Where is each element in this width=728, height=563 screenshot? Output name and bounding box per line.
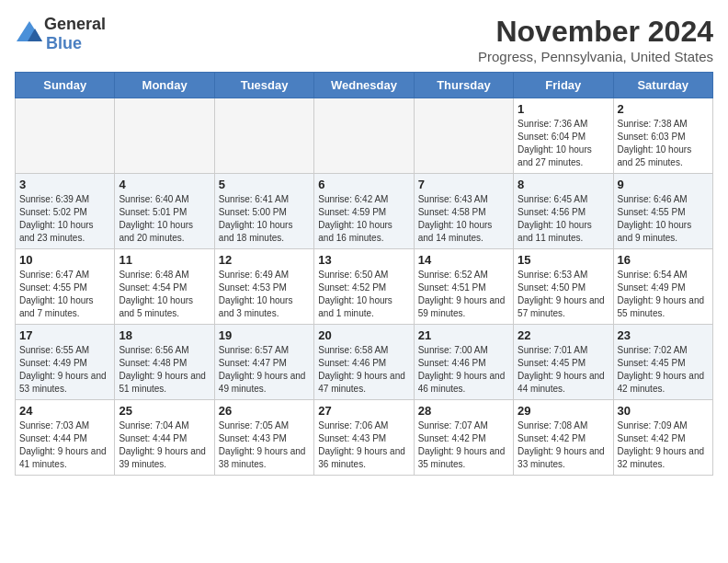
calendar-day-5: 5Sunrise: 6:41 AM Sunset: 5:00 PM Daylig…: [214, 174, 313, 249]
day-info: Sunrise: 6:46 AM Sunset: 4:55 PM Dayligh…: [618, 193, 709, 245]
day-number: 26: [219, 404, 310, 418]
logo: General Blue: [15, 15, 106, 53]
day-info: Sunrise: 6:41 AM Sunset: 5:00 PM Dayligh…: [219, 193, 310, 245]
day-number: 4: [119, 178, 210, 191]
day-number: 8: [518, 178, 609, 191]
day-number: 17: [19, 328, 110, 342]
day-number: 10: [19, 253, 110, 267]
day-info: Sunrise: 6:49 AM Sunset: 4:53 PM Dayligh…: [219, 269, 310, 320]
calendar-day-1: 1Sunrise: 7:36 AM Sunset: 6:04 PM Daylig…: [514, 98, 613, 174]
day-header-tuesday: Tuesday: [214, 73, 313, 98]
day-info: Sunrise: 7:06 AM Sunset: 4:43 PM Dayligh…: [318, 419, 409, 471]
month-title: November 2024: [478, 15, 713, 49]
day-info: Sunrise: 7:04 AM Sunset: 4:44 PM Dayligh…: [119, 419, 210, 471]
day-number: 2: [618, 102, 709, 116]
location-text: Progress, Pennsylvania, United States: [478, 49, 713, 64]
calendar-day-empty: [314, 98, 414, 174]
day-info: Sunrise: 6:39 AM Sunset: 5:02 PM Dayligh…: [19, 193, 110, 245]
calendar-week-row: 17Sunrise: 6:55 AM Sunset: 4:49 PM Dayli…: [16, 325, 713, 400]
calendar-day-8: 8Sunrise: 6:45 AM Sunset: 4:56 PM Daylig…: [514, 174, 613, 249]
day-number: 7: [418, 178, 509, 191]
day-info: Sunrise: 6:42 AM Sunset: 4:59 PM Dayligh…: [318, 193, 409, 245]
day-info: Sunrise: 7:08 AM Sunset: 4:42 PM Dayligh…: [518, 419, 609, 471]
calendar-day-empty: [414, 98, 513, 174]
day-number: 9: [618, 178, 709, 191]
calendar-day-21: 21Sunrise: 7:00 AM Sunset: 4:46 PM Dayli…: [414, 325, 513, 400]
day-header-thursday: Thursday: [414, 73, 513, 98]
title-area: November 2024 Progress, Pennsylvania, Un…: [478, 15, 713, 64]
day-info: Sunrise: 6:56 AM Sunset: 4:48 PM Dayligh…: [119, 344, 210, 396]
calendar-day-empty: [115, 98, 214, 174]
day-number: 22: [518, 328, 609, 342]
calendar-day-12: 12Sunrise: 6:49 AM Sunset: 4:53 PM Dayli…: [214, 249, 313, 325]
day-info: Sunrise: 7:36 AM Sunset: 6:04 PM Dayligh…: [518, 118, 609, 169]
calendar-week-row: 1Sunrise: 7:36 AM Sunset: 6:04 PM Daylig…: [16, 98, 713, 174]
day-header-saturday: Saturday: [613, 73, 712, 98]
calendar-table: SundayMondayTuesdayWednesdayThursdayFrid…: [15, 72, 713, 476]
day-info: Sunrise: 7:02 AM Sunset: 4:45 PM Dayligh…: [618, 344, 709, 396]
calendar-day-26: 26Sunrise: 7:05 AM Sunset: 4:43 PM Dayli…: [214, 400, 313, 476]
calendar-day-2: 2Sunrise: 7:38 AM Sunset: 6:03 PM Daylig…: [613, 98, 712, 174]
day-info: Sunrise: 6:52 AM Sunset: 4:51 PM Dayligh…: [418, 269, 509, 320]
day-info: Sunrise: 6:40 AM Sunset: 5:01 PM Dayligh…: [119, 193, 210, 245]
calendar-day-3: 3Sunrise: 6:39 AM Sunset: 5:02 PM Daylig…: [16, 174, 115, 249]
day-number: 25: [119, 404, 210, 418]
day-number: 24: [19, 404, 110, 418]
calendar-week-row: 10Sunrise: 6:47 AM Sunset: 4:55 PM Dayli…: [16, 249, 713, 325]
day-number: 19: [219, 328, 310, 342]
day-header-friday: Friday: [514, 73, 613, 98]
day-number: 6: [318, 178, 409, 191]
calendar-day-6: 6Sunrise: 6:42 AM Sunset: 4:59 PM Daylig…: [314, 174, 414, 249]
logo-general-text: General: [44, 15, 106, 33]
calendar-day-empty: [16, 98, 115, 174]
day-number: 20: [318, 328, 409, 342]
calendar-day-7: 7Sunrise: 6:43 AM Sunset: 4:58 PM Daylig…: [414, 174, 513, 249]
day-info: Sunrise: 6:53 AM Sunset: 4:50 PM Dayligh…: [518, 269, 609, 320]
day-info: Sunrise: 7:05 AM Sunset: 4:43 PM Dayligh…: [219, 419, 310, 471]
calendar-day-11: 11Sunrise: 6:48 AM Sunset: 4:54 PM Dayli…: [115, 249, 214, 325]
calendar-day-29: 29Sunrise: 7:08 AM Sunset: 4:42 PM Dayli…: [514, 400, 613, 476]
day-header-wednesday: Wednesday: [314, 73, 414, 98]
day-info: Sunrise: 7:03 AM Sunset: 4:44 PM Dayligh…: [19, 419, 110, 471]
calendar-day-19: 19Sunrise: 6:57 AM Sunset: 4:47 PM Dayli…: [214, 325, 313, 400]
day-info: Sunrise: 6:57 AM Sunset: 4:47 PM Dayligh…: [219, 344, 310, 396]
calendar-day-14: 14Sunrise: 6:52 AM Sunset: 4:51 PM Dayli…: [414, 249, 513, 325]
day-info: Sunrise: 6:43 AM Sunset: 4:58 PM Dayligh…: [418, 193, 509, 245]
day-number: 3: [19, 178, 110, 191]
day-info: Sunrise: 7:09 AM Sunset: 4:42 PM Dayligh…: [618, 419, 709, 471]
calendar-day-25: 25Sunrise: 7:04 AM Sunset: 4:44 PM Dayli…: [115, 400, 214, 476]
day-header-monday: Monday: [115, 73, 214, 98]
day-info: Sunrise: 6:55 AM Sunset: 4:49 PM Dayligh…: [19, 344, 110, 396]
day-number: 13: [318, 253, 409, 267]
day-number: 15: [518, 253, 609, 267]
calendar-day-22: 22Sunrise: 7:01 AM Sunset: 4:45 PM Dayli…: [514, 325, 613, 400]
calendar-day-15: 15Sunrise: 6:53 AM Sunset: 4:50 PM Dayli…: [514, 249, 613, 325]
day-info: Sunrise: 7:07 AM Sunset: 4:42 PM Dayligh…: [418, 419, 509, 471]
day-number: 18: [119, 328, 210, 342]
day-info: Sunrise: 6:54 AM Sunset: 4:49 PM Dayligh…: [618, 269, 709, 320]
calendar-week-row: 3Sunrise: 6:39 AM Sunset: 5:02 PM Daylig…: [16, 174, 713, 249]
calendar-day-28: 28Sunrise: 7:07 AM Sunset: 4:42 PM Dayli…: [414, 400, 513, 476]
day-number: 21: [418, 328, 509, 342]
calendar-day-empty: [214, 98, 313, 174]
calendar-day-4: 4Sunrise: 6:40 AM Sunset: 5:01 PM Daylig…: [115, 174, 214, 249]
day-number: 5: [219, 178, 310, 191]
day-info: Sunrise: 6:45 AM Sunset: 4:56 PM Dayligh…: [518, 193, 609, 245]
day-info: Sunrise: 7:01 AM Sunset: 4:45 PM Dayligh…: [518, 344, 609, 396]
calendar-day-23: 23Sunrise: 7:02 AM Sunset: 4:45 PM Dayli…: [613, 325, 712, 400]
day-info: Sunrise: 6:50 AM Sunset: 4:52 PM Dayligh…: [318, 269, 409, 320]
day-info: Sunrise: 6:47 AM Sunset: 4:55 PM Dayligh…: [19, 269, 110, 320]
day-number: 27: [318, 404, 409, 418]
day-number: 28: [418, 404, 509, 418]
day-header-sunday: Sunday: [16, 73, 115, 98]
calendar-day-24: 24Sunrise: 7:03 AM Sunset: 4:44 PM Dayli…: [16, 400, 115, 476]
day-number: 23: [618, 328, 709, 342]
logo-icon: [15, 19, 44, 49]
calendar-day-13: 13Sunrise: 6:50 AM Sunset: 4:52 PM Dayli…: [314, 249, 414, 325]
day-number: 1: [518, 102, 609, 116]
day-number: 11: [119, 253, 210, 267]
calendar-day-20: 20Sunrise: 6:58 AM Sunset: 4:46 PM Dayli…: [314, 325, 414, 400]
calendar-week-row: 24Sunrise: 7:03 AM Sunset: 4:44 PM Dayli…: [16, 400, 713, 476]
day-number: 29: [518, 404, 609, 418]
day-number: 16: [618, 253, 709, 267]
